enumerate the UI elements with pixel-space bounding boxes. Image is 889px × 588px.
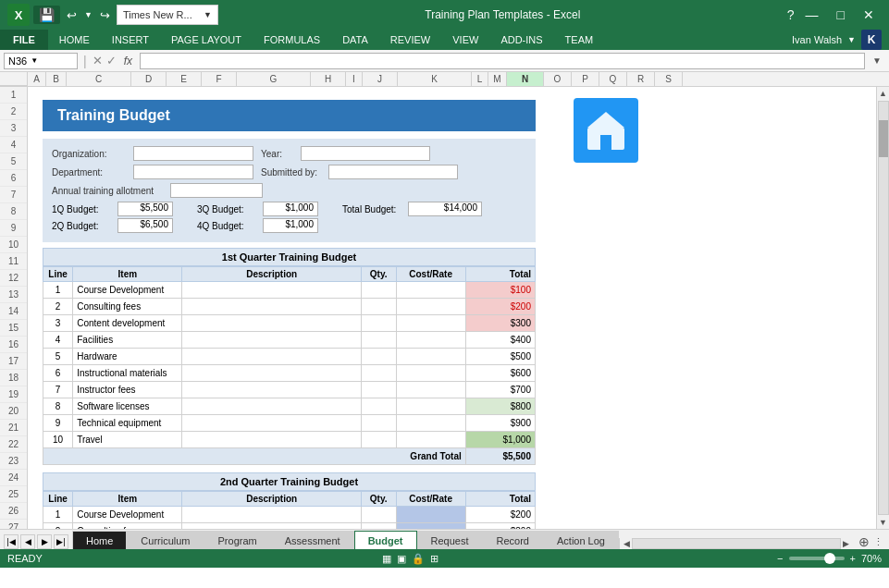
row-11[interactable]: 11	[0, 253, 27, 270]
tab-add-ins[interactable]: ADD-INS	[489, 30, 553, 50]
zoom-out-button[interactable]: −	[777, 553, 783, 564]
row-14[interactable]: 14	[0, 303, 27, 320]
scroll-thumb[interactable]	[879, 120, 888, 157]
col-C[interactable]: C	[67, 72, 131, 86]
tab-request[interactable]: Request	[417, 531, 483, 549]
tab-record[interactable]: Record	[483, 531, 543, 549]
col-N[interactable]: N	[507, 72, 544, 86]
col-E[interactable]: E	[167, 72, 202, 86]
total-value[interactable]: $14,000	[408, 202, 482, 216]
home-folder-icon[interactable]	[574, 98, 638, 163]
zoom-thumb[interactable]	[824, 553, 835, 564]
col-M[interactable]: M	[488, 72, 507, 86]
tab-home[interactable]: HOME	[48, 30, 101, 50]
row-5[interactable]: 5	[0, 153, 27, 170]
row-9[interactable]: 9	[0, 220, 27, 237]
col-A[interactable]: A	[28, 72, 46, 86]
tab-program[interactable]: Program	[204, 531, 271, 549]
horizontal-scrollbar[interactable]: ◀ ▶	[619, 538, 853, 549]
row-12[interactable]: 12	[0, 270, 27, 287]
zoom-slider[interactable]	[789, 557, 845, 560]
row-21[interactable]: 21	[0, 420, 27, 436]
tab-home[interactable]: Home	[72, 531, 127, 549]
hscroll-left-button[interactable]: ◀	[624, 539, 630, 548]
tab-curriculum[interactable]: Curriculum	[127, 531, 204, 549]
row-18[interactable]: 18	[0, 370, 27, 386]
row-10[interactable]: 10	[0, 237, 27, 253]
add-sheet-button[interactable]: ⊕	[858, 534, 870, 549]
row-25[interactable]: 25	[0, 486, 27, 503]
sheet-menu-button[interactable]: ⋮	[873, 536, 883, 548]
row-15[interactable]: 15	[0, 320, 27, 337]
cell-reference-box[interactable]: N36 ▼	[4, 53, 78, 69]
confirm-formula-icon[interactable]: ✓	[106, 54, 117, 67]
row-3[interactable]: 3	[0, 120, 27, 137]
submitted-input[interactable]	[328, 165, 458, 179]
org-input[interactable]	[133, 146, 253, 161]
col-B[interactable]: B	[46, 72, 67, 86]
year-input[interactable]	[301, 146, 430, 161]
col-S[interactable]: S	[655, 72, 683, 86]
dept-input[interactable]	[133, 165, 253, 179]
vertical-scrollbar[interactable]: ▲ ▼	[876, 87, 889, 529]
tab-page-layout[interactable]: PAGE LAYOUT	[160, 30, 253, 50]
cancel-formula-icon[interactable]: ✕	[93, 54, 103, 67]
col-G[interactable]: G	[237, 72, 311, 86]
tab-review[interactable]: REVIEW	[379, 30, 441, 50]
row-17[interactable]: 17	[0, 353, 27, 370]
col-Q[interactable]: Q	[599, 72, 627, 86]
close-button[interactable]: ✕	[856, 6, 882, 24]
minimize-button[interactable]: —	[798, 6, 826, 24]
tab-last-button[interactable]: ▶|	[54, 534, 68, 549]
font-dropdown-icon[interactable]: ▼	[204, 10, 212, 19]
row-20[interactable]: 20	[0, 403, 27, 420]
tab-action-log[interactable]: Action Log	[543, 531, 619, 549]
help-button[interactable]: ?	[787, 7, 795, 22]
col-D[interactable]: D	[131, 72, 167, 86]
col-O[interactable]: O	[544, 72, 572, 86]
tab-first-button[interactable]: |◀	[4, 534, 19, 549]
col-L[interactable]: L	[472, 72, 488, 86]
tab-view[interactable]: VIEW	[441, 30, 489, 50]
scroll-down-button[interactable]: ▼	[877, 516, 889, 529]
row-2[interactable]: 2	[0, 104, 27, 120]
maximize-button[interactable]: □	[830, 6, 852, 24]
row-19[interactable]: 19	[0, 386, 27, 403]
tab-formulas[interactable]: FORMULAS	[253, 30, 331, 50]
tab-insert[interactable]: INSERT	[101, 30, 160, 50]
undo-dropdown-button[interactable]: ▼	[81, 8, 95, 22]
formula-expand-icon[interactable]: ▼	[869, 55, 885, 66]
font-selector[interactable]: Times New R... ▼	[117, 5, 218, 25]
formula-input[interactable]	[140, 53, 865, 69]
row-8[interactable]: 8	[0, 203, 27, 220]
hscroll-right-button[interactable]: ▶	[843, 539, 849, 548]
file-tab[interactable]: FILE	[0, 30, 48, 50]
tab-next-button[interactable]: ▶	[37, 534, 52, 549]
q1-value[interactable]: $5,500	[117, 202, 173, 216]
tab-data[interactable]: DATA	[331, 30, 379, 50]
q2-value[interactable]: $6,500	[117, 218, 173, 233]
zoom-in-button[interactable]: +	[850, 553, 856, 564]
tab-prev-button[interactable]: ◀	[20, 534, 35, 549]
tab-budget[interactable]: Budget	[354, 531, 417, 549]
col-F[interactable]: F	[202, 72, 237, 86]
row-24[interactable]: 24	[0, 470, 27, 486]
annual-input[interactable]	[170, 183, 263, 198]
redo-button[interactable]: ↪	[97, 8, 113, 22]
row-4[interactable]: 4	[0, 137, 27, 153]
tab-team[interactable]: TEAM	[554, 30, 605, 50]
row-1[interactable]: 1	[0, 87, 27, 104]
row-13[interactable]: 13	[0, 287, 27, 303]
col-J[interactable]: J	[363, 72, 398, 86]
col-K[interactable]: K	[398, 72, 472, 86]
row-22[interactable]: 22	[0, 436, 27, 453]
row-27[interactable]: 27	[0, 520, 27, 529]
row-16[interactable]: 16	[0, 337, 27, 353]
col-H[interactable]: H	[311, 72, 346, 86]
cell-ref-dropdown[interactable]: ▼	[31, 56, 38, 65]
row-23[interactable]: 23	[0, 453, 27, 470]
undo-button[interactable]: ↩	[64, 8, 80, 22]
q3-value[interactable]: $1,000	[263, 202, 318, 216]
row-26[interactable]: 26	[0, 503, 27, 520]
col-I[interactable]: I	[346, 72, 363, 86]
